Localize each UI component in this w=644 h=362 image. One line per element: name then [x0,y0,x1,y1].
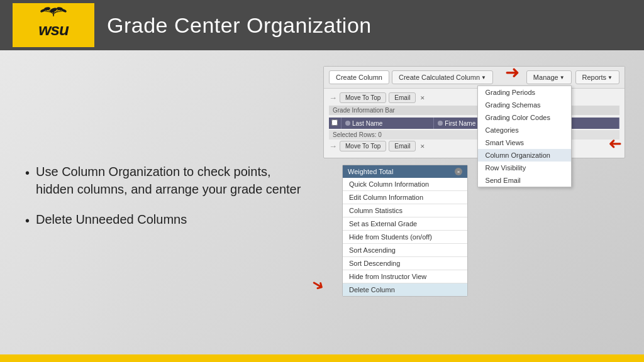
th-last-name: Last Name [341,118,434,129]
screenshot-top: Create Column Create Calculated Column ▼… [323,66,625,158]
bottom-bar [0,354,644,362]
first-name-icon [438,121,443,126]
table-header: Last Name First Name Username [329,118,619,129]
ctx-delete-column[interactable]: Delete Column [343,283,467,296]
bullet-dot-1: • [25,164,30,182]
logo-area: wsu [13,3,94,47]
svg-text:wsu: wsu [38,20,69,39]
ctx-set-external-grade[interactable]: Set as External Grade [343,217,467,231]
ctx-sort-descending[interactable]: Sort Descending [343,257,467,270]
action-row-top: → Move To Top Email ✕ [329,92,619,103]
menu-grading-schemas[interactable]: Grading Schemas [478,99,571,111]
selected-rows-bar: Selected Rows: 0 [329,130,619,140]
ctx-sort-ascending[interactable]: Sort Ascending [343,244,467,257]
main-content: • Use Column Organization to check point… [0,50,644,354]
reports-label: Reports [582,74,607,81]
right-panel: Create Column Create Calculated Column ▼… [323,63,625,342]
context-menu-title: Weighted Total × [343,165,467,178]
email-x-bottom-icon: ✕ [420,143,425,150]
reports-button[interactable]: Reports ▼ [575,70,619,84]
move-to-top-bottom-button[interactable]: Move To Top [340,141,386,151]
ctx-quick-column-info[interactable]: Quick Column Information [343,178,467,191]
menu-grading-color-codes[interactable]: Grading Color Codes [478,111,571,124]
last-name-icon [345,121,350,126]
manage-arrow: ▼ [560,75,565,80]
header: wsu Grade Center Organization [0,0,644,50]
grade-info-bar: Grade Information Bar [329,106,619,115]
page-title: Grade Center Organization [107,13,372,38]
menu-smart-views[interactable]: Smart Views [478,136,571,149]
menu-grading-periods[interactable]: Grading Periods [478,86,571,99]
reports-arrow: ▼ [608,75,613,80]
create-calculated-arrow: ▼ [481,75,486,80]
move-arrow-icon: → [329,93,337,102]
context-menu-wrapper: Weighted Total × Quick Column Informatio… [330,165,462,297]
arrow-to-column-org: ➜ [608,134,622,153]
email-x-icon: ✕ [420,95,425,101]
create-calculated-label: Create Calculated Column [399,74,480,81]
menu-categories[interactable]: Categories [478,124,571,136]
table-area: → Move To Top Email ✕ Grade Information … [324,89,625,158]
left-panel: • Use Column Organization to check point… [19,63,311,342]
create-column-button[interactable]: Create Column [329,70,389,84]
context-close-button[interactable]: × [455,168,462,175]
th-first-name-label: First Name [445,120,475,127]
close-x-icon: × [457,169,460,175]
ctx-edit-column-info[interactable]: Edit Column Information [343,191,467,204]
bullet-item-2: • Delete Unneeded Columns [25,211,304,229]
bullet-dot-2: • [25,212,30,229]
email-button-bottom[interactable]: Email [389,141,416,151]
move-arrow-bottom-icon: → [329,141,337,151]
bullet-text-2: Delete Unneeded Columns [36,211,187,228]
context-title-text: Weighted Total [348,168,393,175]
screenshot-top-wrapper: Create Column Create Calculated Column ▼… [323,66,625,158]
manage-button[interactable]: Manage ▼ [526,70,572,84]
arrow-to-delete: ➜ [308,274,328,295]
th-last-name-label: Last Name [352,120,382,127]
manage-label: Manage [533,74,558,81]
wsu-logo: wsu [19,5,88,43]
ctx-column-statistics[interactable]: Column Statistics [343,204,467,217]
ctx-hide-from-students[interactable]: Hide from Students (on/off) [343,231,467,244]
ctx-hide-from-instructor[interactable]: Hide from Instructor View [343,270,467,283]
menu-column-organization[interactable]: Column Organization [478,149,571,162]
menu-row-visibility[interactable]: Row Visibility [478,162,571,174]
bullet-text-1: Use Column Organization to check points,… [36,163,304,198]
action-row-bottom: → Move To Top Email ✕ [329,141,619,151]
move-to-top-button[interactable]: Move To Top [340,92,386,103]
manage-dropdown-menu: Grading Periods Grading Schemas Grading … [477,85,572,187]
email-button-top[interactable]: Email [389,92,416,103]
menu-send-email[interactable]: Send Email [478,174,571,187]
toolbar-row: Create Column Create Calculated Column ▼… [324,67,625,89]
select-all-checkbox[interactable] [331,119,338,126]
create-calculated-button[interactable]: Create Calculated Column ▼ [392,70,493,84]
bullet-item-1: • Use Column Organization to check point… [25,163,304,198]
arrow-to-manage: ➜ [505,63,519,84]
screenshot-bottom: Weighted Total × Quick Column Informatio… [342,165,468,297]
th-checkbox [329,118,341,129]
